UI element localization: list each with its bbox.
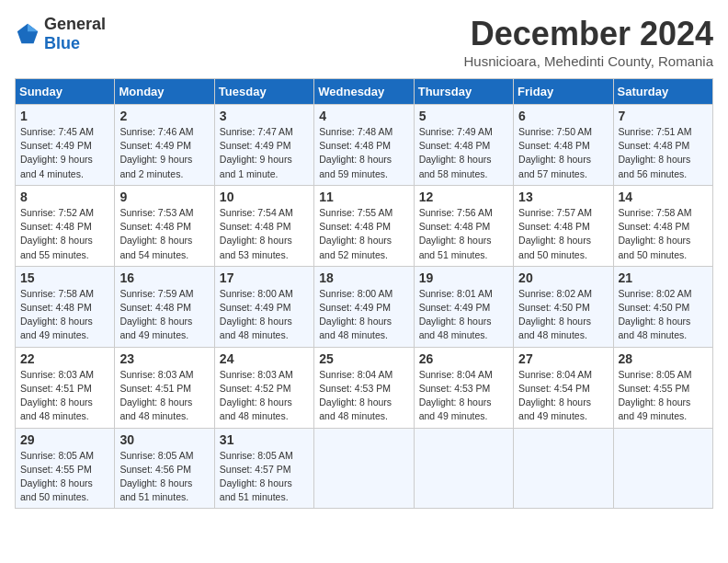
cell-info-line: and 49 minutes. [518, 409, 608, 423]
day-number: 25 [319, 351, 408, 366]
day-number: 17 [220, 270, 309, 285]
cell-info-line: and 50 minutes. [619, 248, 708, 262]
cell-info-line: Daylight: 8 hours [119, 477, 209, 490]
cell-info-line: Sunrise: 7:58 AM [20, 287, 109, 301]
cell-info-line: Daylight: 8 hours [419, 315, 508, 328]
calendar-cell: 3Sunrise: 7:47 AMSunset: 4:49 PMDaylight… [214, 105, 313, 186]
calendar-cell: 7Sunrise: 7:51 AMSunset: 4:48 PMDaylight… [613, 105, 712, 186]
day-number: 3 [220, 109, 309, 123]
cell-info-line: Sunset: 4:57 PM [220, 463, 309, 477]
day-of-week-header: Sunday [16, 79, 115, 105]
cell-info-line: Sunrise: 8:03 AM [220, 368, 309, 382]
cell-info-line: Sunset: 4:55 PM [619, 382, 708, 396]
cell-info-line: Sunset: 4:48 PM [319, 220, 408, 234]
calendar-cell: 2Sunrise: 7:46 AMSunset: 4:49 PMDaylight… [115, 105, 214, 186]
cell-info-line: and 57 minutes. [518, 167, 608, 181]
cell-info-line: Sunrise: 7:50 AM [518, 125, 608, 139]
logo-text-general: General [44, 15, 106, 33]
cell-info-line: Daylight: 8 hours [119, 315, 209, 328]
cell-info-line: Sunrise: 8:02 AM [619, 287, 708, 301]
cell-info-line: Daylight: 8 hours [220, 315, 309, 328]
cell-info-line: Daylight: 8 hours [20, 477, 109, 490]
day-number: 7 [619, 109, 708, 123]
svg-marker-1 [28, 24, 38, 31]
cell-info-line: Sunrise: 8:05 AM [220, 449, 309, 463]
cell-info-line: Sunset: 4:49 PM [220, 301, 309, 315]
cell-info-line: Sunrise: 7:53 AM [119, 206, 209, 220]
day-number: 27 [518, 351, 608, 366]
day-number: 22 [20, 351, 109, 366]
day-of-week-header: Wednesday [314, 79, 414, 105]
calendar-cell: 10Sunrise: 7:54 AMSunset: 4:48 PMDayligh… [214, 185, 313, 266]
cell-info-line: and 49 minutes. [619, 409, 708, 423]
calendar-cell: 23Sunrise: 8:03 AMSunset: 4:51 PMDayligh… [115, 347, 214, 428]
cell-info-line: Daylight: 8 hours [619, 315, 708, 328]
cell-info-line: and 48 minutes. [619, 328, 708, 342]
cell-info-line: and 50 minutes. [518, 248, 608, 262]
cell-info-line: and 48 minutes. [319, 409, 408, 423]
calendar-cell: 21Sunrise: 8:02 AMSunset: 4:50 PMDayligh… [613, 266, 712, 347]
cell-info-line: and 48 minutes. [119, 409, 209, 423]
day-number: 5 [419, 109, 508, 123]
month-title: December 2024 [463, 15, 713, 53]
cell-info-line: Daylight: 8 hours [20, 234, 109, 247]
cell-info-line: and 1 minute. [220, 167, 309, 181]
calendar-cell: 16Sunrise: 7:59 AMSunset: 4:48 PMDayligh… [115, 266, 214, 347]
cell-info-line: Daylight: 8 hours [119, 396, 209, 409]
day-number: 18 [319, 270, 408, 285]
cell-info-line: Sunrise: 8:05 AM [20, 449, 109, 463]
cell-info-line: and 54 minutes. [119, 248, 209, 262]
cell-info-line: Sunset: 4:48 PM [319, 139, 408, 153]
calendar-cell: 4Sunrise: 7:48 AMSunset: 4:48 PMDaylight… [314, 105, 414, 186]
cell-info-line: and 59 minutes. [319, 167, 408, 181]
cell-info-line: Daylight: 8 hours [518, 234, 608, 247]
calendar-week-row: 8Sunrise: 7:52 AMSunset: 4:48 PMDaylight… [16, 185, 713, 266]
cell-info-line: Sunrise: 8:05 AM [619, 368, 708, 382]
calendar-cell: 22Sunrise: 8:03 AMSunset: 4:51 PMDayligh… [16, 347, 115, 428]
day-number: 20 [518, 270, 608, 285]
calendar-cell: 12Sunrise: 7:56 AMSunset: 4:48 PMDayligh… [414, 185, 513, 266]
cell-info-line: Sunrise: 7:46 AM [119, 125, 209, 139]
calendar: SundayMondayTuesdayWednesdayThursdayFrid… [15, 78, 713, 509]
cell-info-line: Sunset: 4:55 PM [20, 463, 109, 477]
day-number: 19 [419, 270, 508, 285]
cell-info-line: Sunset: 4:53 PM [319, 382, 408, 396]
cell-info-line: Daylight: 8 hours [619, 234, 708, 247]
cell-info-line: and 48 minutes. [518, 328, 608, 342]
cell-info-line: Sunset: 4:48 PM [20, 301, 109, 315]
cell-info-line: and 4 minutes. [20, 167, 109, 181]
day-number: 1 [20, 109, 109, 123]
cell-info-line: Sunrise: 8:00 AM [220, 287, 309, 301]
cell-info-line: Daylight: 9 hours [119, 153, 209, 167]
cell-info-line: Daylight: 8 hours [319, 153, 408, 167]
calendar-cell: 30Sunrise: 8:05 AMSunset: 4:56 PMDayligh… [115, 428, 214, 509]
cell-info-line: Sunset: 4:48 PM [220, 220, 309, 234]
calendar-week-row: 22Sunrise: 8:03 AMSunset: 4:51 PMDayligh… [16, 347, 713, 428]
cell-info-line: Sunset: 4:48 PM [119, 301, 209, 315]
cell-info-line: and 51 minutes. [119, 490, 209, 504]
cell-info-line: Sunrise: 8:00 AM [319, 287, 408, 301]
cell-info-line: and 51 minutes. [220, 490, 309, 504]
calendar-week-row: 15Sunrise: 7:58 AMSunset: 4:48 PMDayligh… [16, 266, 713, 347]
header: General Blue December 2024 Husnicioara, … [15, 15, 713, 69]
calendar-cell: 18Sunrise: 8:00 AMSunset: 4:49 PMDayligh… [314, 266, 414, 347]
cell-info-line: Sunset: 4:48 PM [619, 220, 708, 234]
cell-info-line: Sunset: 4:49 PM [319, 301, 408, 315]
calendar-cell: 19Sunrise: 8:01 AMSunset: 4:49 PMDayligh… [414, 266, 513, 347]
cell-info-line: Sunrise: 8:05 AM [119, 449, 209, 463]
cell-info-line: Sunrise: 7:55 AM [319, 206, 408, 220]
cell-info-line: and 48 minutes. [419, 328, 508, 342]
day-number: 16 [119, 270, 209, 285]
cell-info-line: Daylight: 9 hours [220, 153, 309, 167]
logo-icon [15, 21, 40, 47]
cell-info-line: and 48 minutes. [220, 328, 309, 342]
title-area: December 2024 Husnicioara, Mehedinti Cou… [463, 15, 713, 69]
calendar-cell: 20Sunrise: 8:02 AMSunset: 4:50 PMDayligh… [514, 266, 613, 347]
cell-info-line: Daylight: 8 hours [220, 234, 309, 247]
cell-info-line: Sunrise: 7:49 AM [419, 125, 508, 139]
cell-info-line: and 50 minutes. [20, 490, 109, 504]
day-number: 8 [20, 190, 109, 204]
cell-info-line: and 58 minutes. [419, 167, 508, 181]
cell-info-line: Daylight: 8 hours [220, 477, 309, 490]
cell-info-line: and 53 minutes. [220, 248, 309, 262]
